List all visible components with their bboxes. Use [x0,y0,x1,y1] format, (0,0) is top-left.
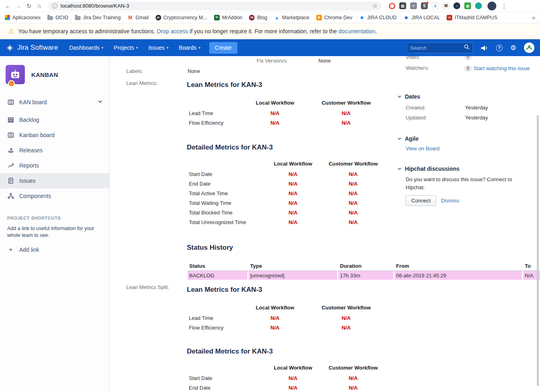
browser-extension-icon[interactable] [399,2,406,9]
column-header: Local Workflow [245,97,305,108]
bookmark-chrome-dev[interactable]: Chrome Dev [316,15,352,20]
bookmark-jira-local[interactable]: JIRA LOCAL [403,15,440,20]
sidebar-item-reports[interactable]: Reports [0,158,109,173]
bookmark-gmail[interactable]: Gmail [127,15,149,20]
agile-section-header[interactable]: Agile [397,135,419,142]
bookmark-jira-cloud[interactable]: JIRA CLOUD [359,15,397,20]
settings-gear-icon[interactable]: ⚙ [510,44,516,52]
metric-value-cell: N/A [263,198,323,208]
search-box[interactable] [407,42,473,53]
nav-menu-projects[interactable]: Projects▾ [114,44,138,51]
nav-menu-label: Issues [148,44,164,51]
bookmark-marketplace[interactable]: Marketplace [274,15,309,20]
browser-extension-icon[interactable] [464,2,471,9]
metric-label-cell: Flow Efficiency [189,323,245,332]
page-scrollbar[interactable] [537,115,539,386]
metric-value-cell: N/A [323,179,383,188]
sidebar-item-issues[interactable]: Issues [0,173,109,188]
column-header: Customer Workflow [323,158,383,169]
duration-col-header: Duration [338,259,394,271]
column-header: Local Workflow [263,362,323,373]
create-button[interactable]: Create [209,42,237,54]
created-value: Yesterday [465,105,488,111]
browser-profile-avatar[interactable] [487,2,496,10]
bookmark-jira-dev-training[interactable]: Jira Dev Training [75,15,121,20]
browser-extension-icon[interactable] [443,2,449,9]
sidebar-item-backlog[interactable]: Backlog [0,112,109,127]
type-cell: [unrecognized] [249,271,338,280]
metric-row: Total Active TimeN/AN/A [189,188,383,198]
drop-access-link[interactable]: Drop access [157,28,188,34]
bookmark-itmadrid[interactable]: ITMadrid CAMPUS [447,15,497,20]
metric-row: Lead TimeN/AN/A [189,313,387,323]
browser-extension-icon[interactable] [475,2,482,9]
sidebar-nav: Backlog Kanban board Releases Reports Is… [0,112,109,204]
view-on-board-link[interactable]: View on Board [406,145,439,152]
app-brand[interactable]: Jira Software [17,44,58,52]
nav-menu-dashboards[interactable]: Dashboards▾ [69,44,103,51]
forward-icon[interactable]: → [14,1,23,11]
search-input[interactable] [410,45,461,51]
site-info-icon[interactable]: i [52,3,57,8]
help-icon[interactable]: ? [496,44,503,51]
bookmark-star-icon[interactable]: ☆ [372,2,378,10]
site-favicon [214,15,220,20]
browser-menu-icon[interactable]: ⋮ [501,2,507,10]
jira-logo-icon[interactable] [6,44,14,52]
browser-extension-icon[interactable] [453,2,460,9]
back-icon[interactable]: ← [3,1,13,11]
sidebar-item-label: Issues [19,178,35,184]
chevron-down-icon [397,167,402,171]
browser-extension-icon[interactable] [421,2,428,9]
sidebar-item-label: Kanban board [19,132,55,138]
browser-extension-icon[interactable] [432,2,439,9]
bookmarks-overflow-chevron[interactable]: » [532,14,535,21]
browser-extension-icon[interactable] [410,2,417,9]
bookmark-cryptocurrency[interactable]: Cryptocurrency M... [156,15,207,20]
hipchat-section-header[interactable]: Hipchat discussions [397,166,459,172]
bookmark-blog[interactable]: Blog [249,15,267,20]
address-bar[interactable]: i ☆ [48,2,382,10]
sidebar-item-kanban-board[interactable]: Kanban board [0,127,109,143]
sidebar-board-selector[interactable]: KAN board [0,95,109,110]
watchers-badge[interactable]: 0 [464,65,472,72]
bookmark-ocio[interactable]: OCIO [47,15,68,20]
sidebar-item-releases[interactable]: Releases [0,143,109,158]
metric-label-cell: Total Unrecognized Time [189,217,263,227]
empty-header-cell [189,158,263,169]
url-input[interactable] [61,2,369,10]
bookmark-aplicaciones[interactable]: Aplicaciones [5,15,40,20]
nav-menu-issues[interactable]: Issues▾ [148,44,168,51]
bookmark-label: Cryptocurrency M... [164,15,207,20]
metric-value-cell: N/A [245,118,305,127]
agile-title: Agile [405,135,419,142]
app-navbar: Jira Software Dashboards▾ Projects▾ Issu… [0,39,540,56]
dates-title: Dates [405,93,420,100]
browser-extension-icon[interactable] [389,3,395,9]
user-avatar[interactable] [524,42,534,53]
app-body: KANBAN KAN board Backlog Kanban board Re… [0,56,540,392]
connect-button[interactable]: Connect [406,195,436,206]
announcement-icon[interactable] [481,44,488,51]
plus-icon: + [7,246,14,253]
votes-badge[interactable]: 0 [464,56,472,61]
add-link-label: Add link [19,247,39,253]
reload-icon[interactable]: ↻ [24,1,34,11]
start-watching-link[interactable]: Start watching this issue [473,65,530,71]
home-icon[interactable]: ⌂ [34,1,44,11]
dates-section-header[interactable]: Dates [397,93,420,100]
created-label: Created: [406,105,426,111]
issue-right-panel: Votes: 0 Watchers: 0 Start watching this… [397,56,540,392]
reports-chart-icon [7,162,14,169]
metric-row: End DateN/AN/A [189,383,383,392]
status-col-header: Status [188,259,249,271]
project-header[interactable]: KANBAN [0,56,109,84]
nav-menu-boards[interactable]: Boards▾ [179,44,200,51]
project-sidebar: KANBAN KAN board Backlog Kanban board Re… [0,56,109,392]
bookmark-mraddon[interactable]: MrAddon [214,15,243,20]
sidebar-item-components[interactable]: Components [0,188,109,204]
add-link-button[interactable]: + Add link [7,246,102,253]
documentation-link[interactable]: documentation [338,28,375,34]
releases-ship-icon [7,147,14,154]
dismiss-link[interactable]: Dismiss [441,198,459,204]
